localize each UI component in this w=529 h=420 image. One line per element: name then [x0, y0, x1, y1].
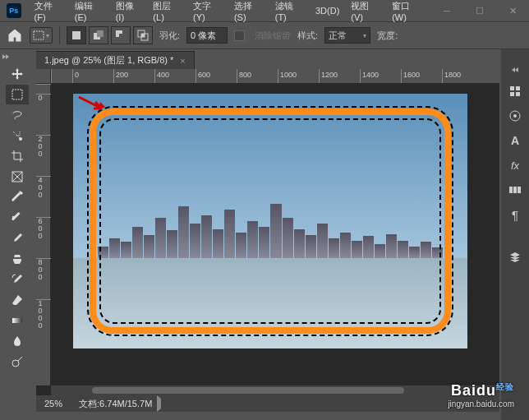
selection-mode-group [67, 26, 153, 44]
intersect-selection-button[interactable] [133, 26, 153, 44]
feather-label: 羽化: [159, 30, 180, 42]
svg-rect-1 [72, 31, 80, 39]
ruler-tick: 800 [36, 258, 51, 299]
menu-view[interactable]: 视图(V) [346, 0, 385, 25]
document-tab-title: 1.jpeg @ 25% (图层 1, RGB/8) * [44, 54, 173, 67]
svg-rect-22 [509, 187, 513, 193]
gradient-tool[interactable] [6, 311, 29, 330]
svg-rect-9 [12, 90, 22, 99]
clone-stamp-tool[interactable] [6, 249, 29, 269]
ruler-tick: 400 [36, 176, 51, 217]
color-panel-icon[interactable] [506, 107, 524, 125]
swatches-panel-icon[interactable] [506, 181, 524, 199]
add-selection-button[interactable] [89, 26, 108, 44]
document-tab-bar: 1.jpeg @ 25% (图层 1, RGB/8) * × [36, 51, 195, 69]
paragraph-panel-icon[interactable]: ¶ [506, 205, 524, 224]
ruler-tick: 800 [237, 69, 278, 84]
selection-marquee [90, 108, 451, 334]
ruler-tick: 600 [196, 69, 237, 84]
app-logo: Ps [7, 3, 21, 18]
history-panel-icon[interactable] [506, 82, 524, 100]
feather-input[interactable] [186, 27, 228, 44]
ruler-tick: 0 [36, 94, 51, 135]
ruler-tick: 1600 [401, 69, 442, 84]
new-selection-button[interactable] [67, 26, 86, 44]
svg-rect-19 [516, 92, 520, 96]
blur-tool[interactable] [6, 331, 29, 351]
options-bar: ▾ 羽化: 消除锯齿 样式: 正常 ▾ 宽度: [0, 21, 529, 49]
document-tab[interactable]: 1.jpeg @ 25% (图层 1, RGB/8) * × [36, 51, 195, 69]
ruler-tick: 1800 [442, 69, 483, 84]
document-canvas[interactable] [73, 94, 467, 348]
svg-point-10 [19, 137, 22, 141]
history-brush-tool[interactable] [6, 270, 29, 289]
lasso-tool[interactable] [6, 105, 29, 125]
tool-preset-picker[interactable]: ▾ [30, 27, 53, 44]
frame-tool[interactable] [6, 167, 29, 187]
menu-window[interactable]: 窗口(W) [387, 0, 429, 25]
style-label: 样式: [297, 30, 318, 42]
menu-edit[interactable]: 编辑(E) [70, 0, 109, 25]
antialias-checkbox[interactable] [234, 30, 245, 41]
ruler-tick: 0 [72, 69, 113, 84]
ruler-tick: 1000 [278, 69, 319, 84]
styles-panel-icon[interactable]: fx [506, 156, 524, 174]
menu-select[interactable]: 选择(S) [229, 0, 269, 25]
separator [59, 26, 60, 44]
watermark-brand: Baidu [451, 382, 496, 399]
brush-tool[interactable] [6, 228, 29, 248]
window-minimize-button[interactable]: ─ [430, 0, 463, 21]
tools-panel [5, 64, 30, 372]
svg-rect-14 [12, 318, 22, 323]
scrollbar-thumb[interactable] [92, 387, 404, 394]
move-tool[interactable] [6, 64, 29, 84]
menu-image[interactable]: 图像(I) [111, 0, 147, 25]
svg-rect-18 [510, 92, 514, 96]
menu-file[interactable]: 文件(F) [30, 0, 68, 25]
collapse-tools-toggle[interactable] [2, 53, 10, 61]
collapse-panels-toggle[interactable] [512, 67, 518, 76]
menu-filter[interactable]: 滤镜(T) [270, 0, 309, 25]
annotation-arrow [77, 95, 107, 112]
quick-select-tool[interactable] [6, 126, 29, 145]
width-label: 宽度: [377, 30, 398, 42]
home-icon[interactable] [7, 27, 23, 44]
watermark-url: jingyan.baidu.com [448, 399, 514, 408]
window-maximize-button[interactable]: ☐ [463, 0, 496, 21]
document-size[interactable]: 文档:6.74M/15.7M [79, 399, 152, 408]
horizontal-ruler[interactable]: 0 200 400 600 800 1000 1200 1400 1600 18… [51, 69, 499, 84]
close-tab-icon[interactable]: × [180, 56, 185, 66]
chevron-down-icon: ▾ [363, 32, 366, 39]
subtract-selection-button[interactable] [111, 26, 131, 44]
svg-point-15 [12, 360, 19, 367]
menu-3d[interactable]: 3D(D) [310, 3, 344, 18]
menu-layer[interactable]: 图层(L) [148, 0, 186, 25]
menu-type[interactable]: 文字(Y) [188, 0, 228, 25]
horizontal-scrollbar[interactable] [51, 385, 499, 395]
antialias-label: 消除锯齿 [255, 30, 291, 42]
ruler-tick: 1200 [319, 69, 360, 84]
layers-panel-icon[interactable] [506, 248, 524, 266]
svg-rect-24 [518, 187, 521, 193]
spot-heal-tool[interactable] [6, 208, 29, 228]
ruler-tick: 600 [36, 217, 51, 258]
svg-point-21 [513, 114, 517, 118]
eyedropper-tool[interactable] [6, 187, 29, 207]
crop-tool[interactable] [6, 146, 29, 166]
watermark: Baidu经验 jingyan.baidu.com [448, 381, 514, 408]
marquee-tool[interactable] [6, 85, 29, 104]
svg-rect-8 [141, 34, 145, 37]
ruler-tick: 200 [113, 69, 154, 84]
ruler-origin[interactable] [36, 69, 51, 84]
window-close-button[interactable]: ✕ [496, 0, 529, 21]
style-dropdown[interactable]: 正常 ▾ [324, 27, 370, 44]
character-panel-icon[interactable]: A [506, 132, 524, 150]
eraser-tool[interactable] [6, 290, 29, 310]
zoom-level[interactable]: 25% [44, 399, 62, 408]
ruler-tick: 200 [36, 135, 51, 176]
svg-rect-16 [510, 86, 514, 90]
vertical-ruler[interactable]: 0 200 400 600 800 1000 [36, 84, 51, 385]
dodge-tool[interactable] [6, 352, 29, 372]
ruler-tick: 1000 [36, 299, 51, 340]
chevron-right-icon[interactable] [157, 395, 161, 412]
